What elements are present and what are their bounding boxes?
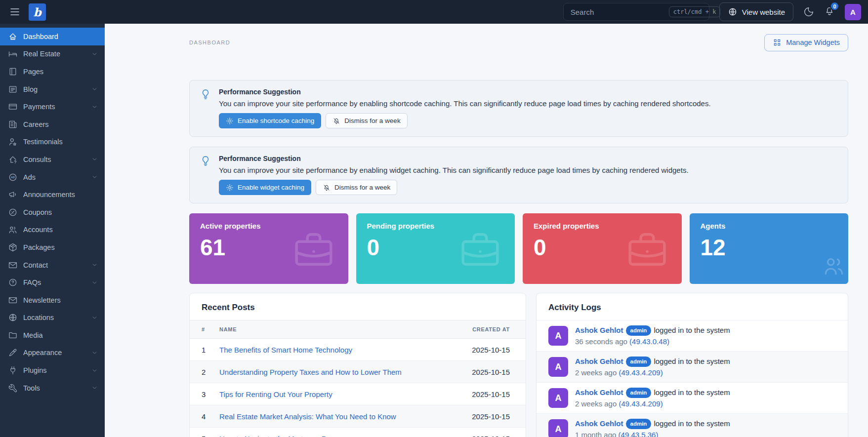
dismiss-shortcode-suggestion-button[interactable]: Dismiss for a week	[326, 113, 407, 128]
sidebar-item-label: Payments	[23, 103, 55, 111]
global-search[interactable]: ctrl/cmd + k	[563, 3, 709, 21]
suggestion-body: You can improve your site performance by…	[219, 166, 689, 174]
sidebar-item-payments[interactable]: Payments	[0, 98, 105, 116]
activity-ip-link[interactable]: (49.43.0.48)	[629, 337, 669, 346]
sidebar-item-blog[interactable]: Blog	[0, 80, 105, 98]
post-title-link[interactable]: Understanding Property Taxes and How to …	[219, 368, 460, 376]
chevron-down-icon	[91, 262, 98, 268]
post-row: 5How to Navigate the Mortgage Process202…	[190, 428, 526, 437]
activity-user-link[interactable]: Ashok Gehlot	[575, 357, 623, 365]
topbar: b ctrl/cmd + k View website 0 A	[0, 0, 868, 24]
hamburger-menu-icon[interactable]	[9, 6, 21, 18]
stat-card-agents[interactable]: Agents12	[690, 213, 849, 284]
sidebar-item-accounts[interactable]: Accounts	[0, 221, 105, 239]
enable-shortcode-caching-button[interactable]: Enable shortcode caching	[219, 113, 321, 128]
sidebar-item-ads[interactable]: ADAds	[0, 168, 105, 186]
home-icon	[8, 32, 18, 41]
app-logo[interactable]: b	[29, 3, 46, 21]
chevron-down-icon	[91, 367, 98, 374]
performance-suggestion-shortcode: Performance Suggestion You can improve y…	[189, 80, 848, 137]
sidebar-item-testimonials[interactable]: Testimonials	[0, 133, 105, 151]
sidebar-item-media[interactable]: Media	[0, 326, 105, 344]
avatar-initial: A	[850, 8, 856, 16]
sidebar-nav: DashboardReal EstatePagesBlogPaymentsCar…	[0, 24, 105, 437]
sidebar-item-plugins[interactable]: Plugins	[0, 361, 105, 379]
sidebar-item-packages[interactable]: Packages	[0, 238, 105, 256]
column-header-num: #	[190, 326, 219, 332]
sidebar-item-locations[interactable]: Locations	[0, 309, 105, 327]
activity-log-entry: AAshok Gehlotadminlogged in to the syste…	[537, 413, 848, 437]
folder-icon	[8, 330, 18, 340]
notifications-button[interactable]: 0	[824, 5, 835, 18]
post-created-at: 2025-10-15	[460, 412, 526, 421]
suggestion-title: Performance Suggestion	[219, 155, 689, 162]
stat-card-active-properties[interactable]: Active properties61	[189, 213, 348, 284]
activity-ip-link[interactable]: (49.43.4.209)	[619, 368, 662, 377]
activity-user-link[interactable]: Ashok Gehlot	[575, 388, 623, 397]
sidebar-item-coupons[interactable]: Coupons	[0, 203, 105, 221]
sidebar-item-label: Newsletters	[23, 296, 61, 304]
post-title-link[interactable]: The Benefits of Smart Home Technology	[219, 346, 460, 354]
sidebar-item-label: Contact	[23, 261, 48, 269]
sidebar-item-newsletters[interactable]: Newsletters	[0, 291, 105, 309]
enable-widget-caching-button[interactable]: Enable widget caching	[219, 180, 311, 195]
sidebar-item-label: Tools	[23, 384, 40, 392]
post-row: 3Tips for Renting Out Your Property2025-…	[190, 383, 526, 405]
dark-mode-toggle-icon[interactable]	[803, 6, 814, 17]
sidebar-item-label: Real Estate	[23, 50, 60, 58]
activity-action: logged in to the system	[654, 357, 730, 365]
role-badge: admin	[626, 357, 652, 367]
notification-count-badge: 0	[830, 1, 839, 11]
post-created-at: 2025-10-15	[460, 368, 526, 376]
post-title-link[interactable]: Real Estate Market Analysis: What You Ne…	[219, 412, 460, 421]
sidebar-item-faqs[interactable]: FAQs	[0, 274, 105, 291]
dismiss-widget-suggestion-button[interactable]: Dismiss for a week	[316, 180, 397, 195]
activity-time: 2 weeks ago	[575, 368, 619, 377]
briefcase-icon	[625, 227, 669, 271]
sidebar-item-tools[interactable]: Tools	[0, 379, 105, 397]
stat-card-pending-properties[interactable]: Pending properties0	[356, 213, 515, 284]
briefcase-icon	[292, 227, 335, 271]
manage-widgets-button[interactable]: Manage Widgets	[764, 34, 848, 51]
bell-off-icon	[323, 184, 331, 192]
user-avatar[interactable]: A	[845, 4, 861, 20]
column-header-created-at: Created At	[460, 326, 526, 332]
activity-avatar: A	[548, 357, 568, 377]
post-row: 2Understanding Property Taxes and How to…	[190, 361, 526, 383]
post-title-link[interactable]: How to Navigate the Mortgage Process	[219, 435, 460, 437]
dismiss-label: Dismiss for a week	[334, 184, 390, 191]
search-input[interactable]	[571, 8, 669, 16]
stat-card-expired-properties[interactable]: Expired properties0	[523, 213, 682, 284]
sidebar-item-pages[interactable]: Pages	[0, 63, 105, 80]
sidebar-item-label: Careers	[23, 120, 49, 128]
homeq-icon	[8, 155, 18, 164]
sidebar-item-appearance[interactable]: Appearance	[0, 344, 105, 362]
post-title-link[interactable]: Tips for Renting Out Your Property	[219, 390, 460, 398]
post-row: 1The Benefits of Smart Home Technology20…	[190, 339, 526, 361]
chevron-down-icon	[91, 385, 98, 391]
view-website-button[interactable]: View website	[719, 2, 793, 21]
manage-widgets-label: Manage Widgets	[786, 39, 840, 46]
blog-icon	[8, 84, 18, 94]
bulb-icon	[200, 88, 211, 100]
sidebar-item-contact[interactable]: Contact	[0, 256, 105, 274]
mail-icon	[8, 260, 18, 270]
sidebar-item-real-estate[interactable]: Real Estate	[0, 45, 105, 63]
users-icon	[8, 225, 18, 235]
activity-ip-link[interactable]: (49.43.5.36)	[619, 431, 659, 437]
chevron-down-icon	[91, 51, 98, 57]
activity-user-link[interactable]: Ashok Gehlot	[575, 419, 623, 428]
activity-time: 1 month ago	[575, 431, 619, 437]
sidebar-item-careers[interactable]: Careers	[0, 116, 105, 133]
chevron-down-icon	[91, 315, 98, 321]
sidebar-item-dashboard[interactable]: Dashboard	[0, 28, 105, 45]
sidebar-item-consults[interactable]: Consults	[0, 151, 105, 168]
activity-avatar: A	[548, 419, 568, 437]
activity-ip-link[interactable]: (49.43.4.209)	[619, 399, 662, 408]
users-icon	[822, 253, 846, 278]
sidebar-item-label: Plugins	[23, 366, 47, 374]
pages-icon	[8, 67, 18, 77]
sidebar-item-announcements[interactable]: Announcements	[0, 186, 105, 203]
activity-user-link[interactable]: Ashok Gehlot	[575, 326, 623, 334]
stat-value: 12	[701, 236, 838, 259]
